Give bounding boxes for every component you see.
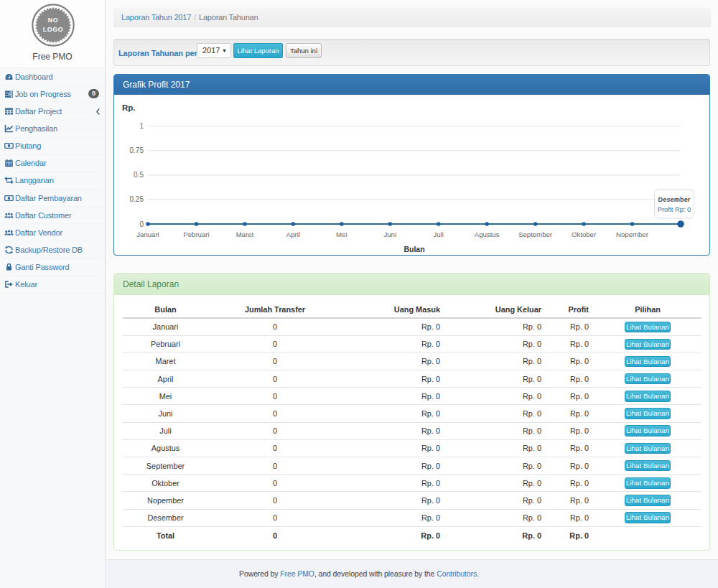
svg-text:Nopember: Nopember (616, 230, 649, 238)
svg-text:Rp.: Rp. (122, 103, 136, 112)
svg-text:0: 0 (139, 220, 144, 228)
svg-text:1: 1 (139, 122, 144, 130)
svg-text:0.75: 0.75 (130, 146, 144, 154)
svg-text:Oktober: Oktober (572, 230, 597, 238)
svg-text:NO: NO (48, 17, 59, 24)
svg-text:April: April (286, 230, 300, 238)
svg-text:0.25: 0.25 (130, 195, 144, 203)
svg-text:LOGO: LOGO (43, 26, 64, 33)
svg-text:Januari: Januari (136, 230, 159, 238)
svg-text:September: September (518, 230, 553, 238)
svg-text:Profit Rp: 0: Profit Rp: 0 (658, 206, 691, 213)
svg-text:Juni: Juni (383, 230, 396, 238)
svg-text:Desember: Desember (658, 196, 691, 203)
svg-text:Bulan: Bulan (404, 245, 424, 253)
svg-text:0.5: 0.5 (134, 171, 144, 179)
svg-text:Mei: Mei (336, 230, 347, 238)
svg-text:Pebruari: Pebruari (183, 230, 209, 238)
svg-text:Agustus: Agustus (475, 230, 500, 238)
svg-text:Maret: Maret (236, 230, 254, 238)
svg-text:Juli: Juli (433, 230, 443, 238)
